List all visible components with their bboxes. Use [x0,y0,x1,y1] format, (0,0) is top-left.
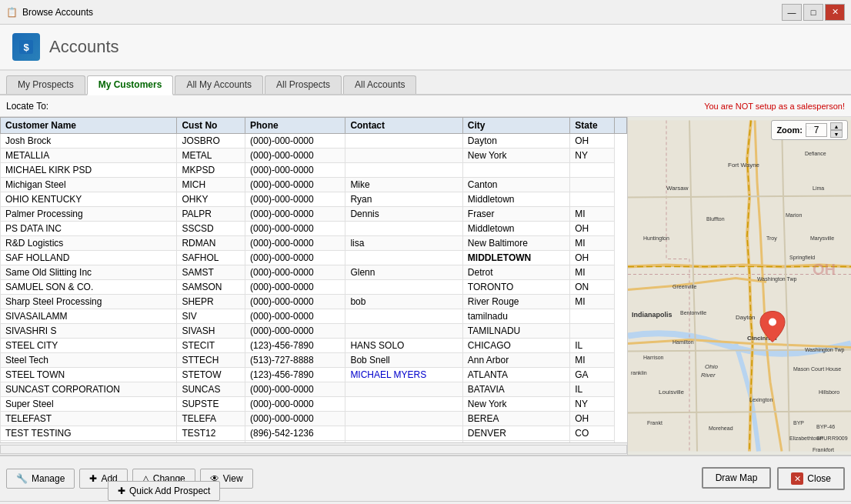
cell-cust-no: RDMAN [177,236,245,251]
table-row[interactable]: STEEL TOWN STETOW (123)-456-7890 MICHAEL… [1,368,627,382]
cell-state: NY [570,149,615,163]
cell-customer-name: STEEL TOWN [1,368,177,382]
cell-cust-no: METAL [177,149,245,163]
manage-icon: 🔧 [16,473,28,484]
table-row[interactable]: SAF HOLLAND SAFHOL (000)-000-0000 MIDDLE… [1,251,627,265]
cell-city: Middletown [462,222,569,236]
cell-contact [345,382,462,397]
cell-phone: (000)-000-0000 [245,412,345,426]
status-bar [0,501,851,504]
not-salesperson-msg: You are NOT setup as a salesperson! [704,102,845,111]
close-icon: ✕ [791,472,803,485]
table-row[interactable]: SIVASHRI S SIVASH (000)-000-0000 TAMILNA… [1,324,627,339]
cell-customer-name: TEST TESTING [1,426,177,441]
tab-bar: My Prospects My Customers All My Account… [0,71,851,95]
table-row[interactable]: SUNCAST CORPORATION SUNCAS (000)-000-000… [1,382,627,397]
table-row[interactable]: SIVASAILAMM SIV (000)-000-0000 tamilnadu [1,309,627,324]
cell-state: GA [570,368,615,382]
cell-city: Detrot [462,265,569,280]
cell-phone: (000)-000-0000 [245,192,345,207]
cell-state: OH [570,251,615,265]
svg-text:Dayton: Dayton [736,314,755,321]
table-row[interactable]: SAMUEL SON & CO. SAMSON (000)-000-0000 T… [1,280,627,295]
cell-customer-name: OHIO KENTUCKY [1,192,177,207]
cell-city: New York [462,397,569,412]
tab-my-customers[interactable]: My Customers [87,75,174,95]
cell-city: Dayton [462,134,569,149]
zoom-value[interactable]: 7 [806,123,827,137]
table-row[interactable]: Michigan Steel MICH (000)-000-0000 Mike … [1,178,627,192]
cell-contact [345,280,462,295]
add-icon: ✚ [89,473,97,484]
svg-text:OH: OH [813,261,836,278]
minimize-button[interactable]: — [782,4,802,21]
table-row[interactable]: METALLIA METAL (000)-000-0000 New York N… [1,149,627,163]
table-row[interactable]: TELEFAST TELEFA (000)-000-0000 BEREA OH [1,412,627,426]
maximize-button[interactable]: □ [803,4,823,21]
zoom-up-arrow[interactable]: ▲ [830,122,843,130]
svg-text:Lima: Lima [813,185,824,191]
table-row[interactable]: TEST TESTING TEST12 (896)-542-1236 DENVE… [1,426,627,441]
cell-state: ON [570,280,615,295]
quick-add-icon: ✚ [118,486,125,496]
cell-city: TORONTO [462,280,569,295]
col-contact: Contact [345,118,462,134]
draw-map-button[interactable]: Draw Map [702,467,772,489]
hscrollbar[interactable] [0,445,627,454]
table-row[interactable]: OHIO KENTUCKY OHKY (000)-000-0000 Ryan M… [1,192,627,207]
cell-state: IL [570,382,615,397]
table-row[interactable]: MICHAEL KIRK PSD MKPSD (000)-000-0000 [1,163,627,178]
zoom-down-arrow[interactable]: ▼ [830,130,843,138]
cell-cust-no: SUNCAS [177,382,245,397]
svg-text:Warsaw: Warsaw [666,185,689,192]
tab-my-prospects[interactable]: My Prospects [6,75,85,94]
tab-all-prospects[interactable]: All Prospects [265,75,342,94]
cell-contact [345,134,462,149]
bottom-toolbar: 🔧 Manage ✚ Add △ Change 👁 View ✚ Quick A… [0,455,851,501]
col-cust-no: Cust No [177,118,245,134]
quick-add-button[interactable]: ✚ Quick Add Prospect [108,481,220,501]
tab-all-my-accounts[interactable]: All My Accounts [175,75,263,94]
close-button[interactable]: ✕ Close [777,467,845,490]
svg-text:Troy: Troy [766,235,777,242]
manage-button[interactable]: 🔧 Manage [6,469,75,489]
titlebar-close-button[interactable]: ✕ [825,4,845,21]
table-row[interactable]: STEEL CITY STECIT (123)-456-7890 HANS SO… [1,339,627,353]
tab-all-accounts[interactable]: All Accounts [343,75,416,94]
cell-city: MIDDLETOWN [462,251,569,265]
table-row[interactable]: Steel Tech STTECH (513)-727-8888 Bob Sne… [1,353,627,368]
cell-contact: Glenn [345,265,462,280]
cell-customer-name: Same Old Slitting Inc [1,265,177,280]
locate-label: Locate To: [6,101,48,112]
cell-city: BATAVIA [462,382,569,397]
table-row[interactable]: Josh Brock JOSBRO (000)-000-0000 Dayton … [1,134,627,149]
page-title: Accounts [49,37,119,57]
cell-contact: Ryan [345,192,462,207]
cell-customer-name: TELEFAST [1,412,177,426]
cell-state [570,163,615,178]
accounts-table: Customer Name Cust No Phone Contact City… [0,117,627,442]
table-row[interactable]: Same Old Slitting Inc SAMST (000)-000-00… [1,265,627,280]
zoom-spinner[interactable]: ▲ ▼ [830,122,843,138]
table-row[interactable]: Palmer Processing PALPR (000)-000-0000 D… [1,207,627,222]
table-row[interactable]: Super Steel SUPSTE (000)-000-0000 New Yo… [1,397,627,412]
cell-contact: bob [345,295,462,309]
table-container[interactable]: Customer Name Cust No Phone Contact City… [0,117,627,442]
cell-city: Middletown [462,192,569,207]
cell-state: MI [570,353,615,368]
cell-phone: (000)-000-0000 [245,251,345,265]
table-row[interactable]: R&D Logistics RDMAN (000)-000-0000 lisa … [1,236,627,251]
cell-cust-no: MKPSD [177,163,245,178]
svg-text:Bentonville: Bentonville [680,310,706,315]
cell-cust-no: STTECH [177,353,245,368]
hscroll-area[interactable] [0,442,627,455]
cell-phone: (000)-000-0000 [245,397,345,412]
cell-customer-name: SAMUEL SON & CO. [1,280,177,295]
cell-phone: (000)-000-0000 [245,236,345,251]
table-row[interactable]: PS DATA INC SSCSD (000)-000-0000 Middlet… [1,222,627,236]
svg-text:$: $ [23,42,29,53]
cell-city: River Rouge [462,295,569,309]
table-row[interactable]: Sharp Steel Processing SHEPR (000)-000-0… [1,295,627,309]
cell-contact [345,251,462,265]
svg-text:Washington Twp: Washington Twp [805,347,844,353]
